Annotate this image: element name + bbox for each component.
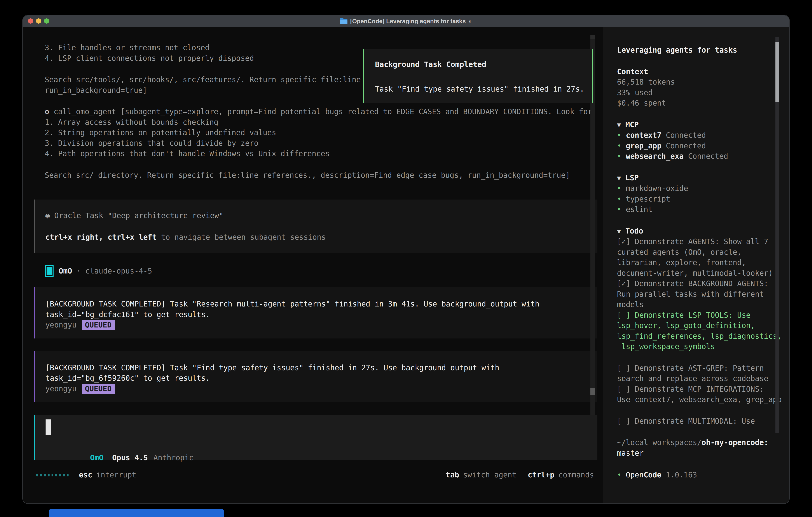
chevron-down-icon: ▼ (617, 121, 621, 129)
window-title: [OpenCode] Leveraging agents for tasks (350, 18, 466, 25)
status-badge: QUEUED (82, 320, 115, 330)
lsp-item: •typescript (617, 194, 789, 205)
lsp-section: ▼LSP •markdown-oxide •typescript •eslint (617, 173, 789, 215)
window-title-group: [OpenCode] Leveraging agents for tasks ◐ (340, 18, 472, 25)
status-badge: QUEUED (82, 384, 115, 394)
context-heading: Context (617, 66, 789, 77)
oracle-task-card[interactable]: ◉ Oracle Task "Deep architecture review"… (34, 199, 598, 253)
mcp-item: •grep_appConnected (617, 141, 789, 151)
todo-item-line: [ ] Demonstrate MCP INTEGRATIONS: (617, 384, 789, 394)
text-cursor (46, 419, 51, 435)
todo-item-line-active: lsp_find_references, lsp_diagnostics, (617, 331, 789, 342)
todo-item-line: [ ] Demonstrate AST-GREP: Pattern (617, 363, 789, 374)
titlebar[interactable]: [OpenCode] Leveraging agents for tasks ◐ (23, 16, 789, 27)
fisheye-icon: ◉ (46, 211, 50, 220)
task-user: yeongyu (46, 320, 77, 330)
session-sidebar: Leveraging agents for tasks Context 66,5… (603, 27, 789, 504)
mcp-item: •websearch_exaConnected (617, 151, 789, 162)
status-dot-icon: • (617, 141, 621, 151)
app-name: Open (626, 470, 644, 481)
status-dot-icon: • (617, 183, 621, 194)
folder-icon (340, 18, 347, 24)
main-scrollbar-thumb[interactable] (590, 388, 595, 395)
esc-key-label: interrupt (96, 470, 136, 481)
agent-model: claude-opus-4-5 (85, 266, 152, 276)
status-dot-icon: • (617, 194, 621, 205)
workspace-path: ~/local-workspaces/oh-my-opencode: (617, 437, 789, 448)
oracle-task-title: ◉ Oracle Task "Deep architecture review" (46, 211, 598, 221)
task-message-line: [BACKGROUND TASK COMPLETED] Task "Find t… (46, 363, 598, 373)
traffic-lights (28, 19, 49, 24)
workspace-info: ~/local-workspaces/oh-my-opencode: maste… (617, 437, 789, 458)
task-message-line: task_id="bg_6f59260c" to get results. (46, 373, 598, 384)
session-indicator-icon: ◐ (468, 18, 472, 25)
notification-title: Background Task Completed (375, 59, 592, 70)
app-version: 1.0.163 (666, 470, 697, 481)
terminal-line: 4. Path operations that don't handle Win… (45, 148, 603, 159)
context-used: 33% used (617, 87, 789, 98)
esc-key-hint: esc (79, 470, 92, 481)
status-dot-icon: • (617, 470, 621, 481)
tool-call-text: call_omo_agent [subagent_type=explore, p… (54, 107, 592, 116)
toast-notification[interactable]: Background Task Completed Task "Find typ… (363, 49, 593, 103)
todo-item-line: Run parallel tasks with different (617, 289, 789, 300)
subagent-nav-hint: ctrl+x right, ctrl+x left to navigate be… (46, 232, 598, 243)
todo-section: ▼Todo [✓] Demonstrate AGENTS: Show all 7… (617, 226, 789, 427)
mcp-section: ▼MCP •context7Connected •grep_appConnect… (617, 119, 789, 162)
todo-item-line: models (617, 299, 789, 310)
terminal-line: 3. Division operations that could divide… (45, 138, 603, 149)
todo-item-line: [✓] Demonstrate AGENTS: Show all 7 (617, 237, 789, 247)
agent-square-icon (45, 265, 54, 277)
ctrlp-key-label: commands (558, 470, 594, 481)
context-tokens: 66,518 tokens (617, 77, 789, 87)
task-message-meta: yeongyu QUEUED (46, 384, 598, 394)
status-dot-icon: • (617, 130, 621, 141)
tab-key-label: switch agent (463, 470, 517, 481)
todo-item-line: librarian, explore, frontend, (617, 257, 789, 268)
agent-name: OmO (59, 266, 72, 276)
gear-icon: ⚙ (45, 107, 49, 116)
sidebar-scrollbar[interactable] (776, 37, 779, 433)
zoom-button[interactable] (44, 19, 49, 24)
terminal-line: Search src/ directory. Return specific f… (45, 170, 603, 181)
todo-item-line: Use context7, websearch_exa, grep_app (617, 394, 789, 405)
task-message-meta: yeongyu QUEUED (46, 320, 598, 330)
session-title: Leveraging agents for tasks (617, 45, 789, 56)
mcp-heading[interactable]: ▼MCP (617, 119, 789, 130)
mcp-item: •context7Connected (617, 130, 789, 141)
lsp-heading[interactable]: ▼LSP (617, 173, 789, 184)
context-spent: $0.46 spent (617, 98, 789, 109)
input-provider-name: Anthropic (153, 454, 194, 462)
background-window-strip[interactable] (49, 509, 224, 517)
tab-key-hint: tab (446, 470, 459, 481)
chevron-down-icon: ▼ (617, 227, 621, 235)
todo-item-line: [✓] Demonstrate BACKGROUND AGENTS: (617, 278, 789, 289)
todo-item-line: document-writer, multimodal-looker) (617, 268, 789, 279)
status-dot-icon: • (617, 151, 621, 162)
model-row: OmOOpus 4.5Anthropic (46, 442, 598, 473)
sidebar-scrollbar-thumb[interactable] (776, 42, 779, 102)
close-button[interactable] (28, 19, 33, 24)
separator-dot: · (77, 266, 81, 276)
prompt-input[interactable]: OmOOpus 4.5Anthropic (34, 415, 598, 460)
todo-item-line: [ ] Demonstrate MULTIMODAL: Use (617, 416, 789, 427)
input-agent-name: OmO (90, 454, 104, 462)
todo-item-line: search and replace across codebase (617, 374, 789, 384)
tool-call-line: ⚙ call_omo_agent [subagent_type=explore,… (45, 107, 603, 117)
task-user: yeongyu (46, 384, 77, 394)
version-info: • OpenCode 1.0.163 (617, 470, 789, 481)
terminal-window: [OpenCode] Leveraging agents for tasks ◐… (22, 15, 790, 504)
todo-item-line-active: lsp_workspace_symbols (617, 342, 789, 352)
status-dot-icon: • (617, 204, 621, 215)
terminal-main-pane: 3. File handles or streams not closed 4.… (23, 27, 603, 504)
minimize-button[interactable] (36, 19, 41, 24)
task-message-line: task_id="bg_dcfac161" to get results. (46, 309, 598, 320)
agent-header: OmO · claude-opus-4-5 (45, 265, 603, 277)
todo-heading[interactable]: ▼Todo (617, 226, 789, 237)
task-message-line: [BACKGROUND TASK COMPLETED] Task "Resear… (46, 299, 598, 309)
status-bar: esc interrupt tab switch agent ctrl+p co… (23, 470, 603, 481)
background-task-message: [BACKGROUND TASK COMPLETED] Task "Resear… (34, 287, 598, 338)
workspace-branch: master (617, 448, 789, 459)
chevron-down-icon: ▼ (617, 174, 621, 182)
todo-item-line-active: [ ] Demonstrate LSP TOOLS: Use (617, 310, 789, 321)
